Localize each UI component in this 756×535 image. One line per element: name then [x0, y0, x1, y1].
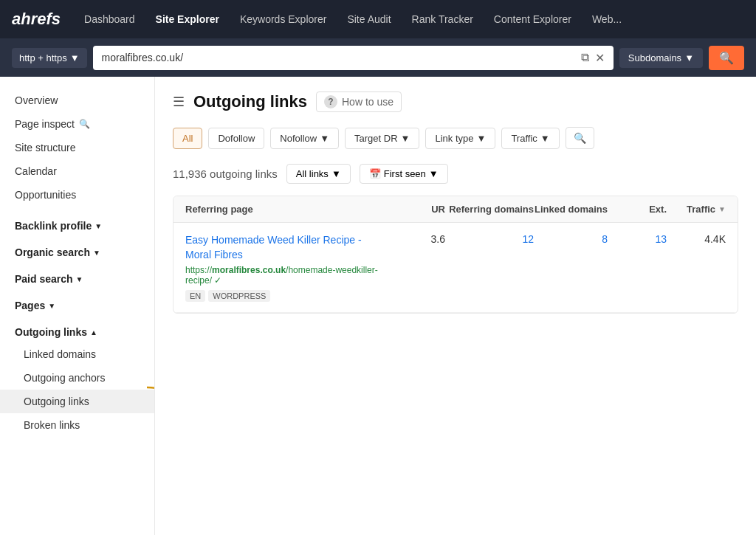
clear-icon[interactable]: ✕	[595, 51, 605, 65]
col-referring-domains: Referring domains	[445, 204, 534, 215]
sidebar-section-organic-search[interactable]: Organic search ▼	[0, 239, 154, 263]
help-button[interactable]: ? How to use	[316, 92, 402, 112]
badge-en: EN	[185, 290, 205, 302]
badge-wordpress: WORDPRESS	[208, 290, 270, 302]
filter-link-type-button[interactable]: Link type ▼	[425, 128, 495, 149]
filter-bar: All Dofollow Nofollow ▼ Target DR ▼ Link…	[173, 127, 738, 149]
filter-search-button[interactable]: 🔍	[566, 127, 594, 149]
col-ur: UR	[386, 204, 445, 215]
chevron-down-icon: ▼	[48, 302, 55, 310]
main-content: ☰ Outgoing links ? How to use All Dofoll…	[155, 77, 756, 535]
chevron-down-icon: ▼	[93, 249, 100, 257]
top-navigation: ahrefs Dashboard Site Explorer Keywords …	[0, 0, 756, 38]
nav-site-audit[interactable]: Site Audit	[338, 9, 399, 30]
cell-referring-domains[interactable]: 12	[445, 233, 534, 245]
col-ext: Ext.	[608, 204, 667, 215]
question-icon: ?	[324, 95, 337, 108]
sidebar-item-opportunities[interactable]: Opportunities	[0, 183, 154, 207]
external-link-icon[interactable]: ⧉	[581, 51, 589, 64]
nav-rank-tracker[interactable]: Rank Tracker	[403, 9, 482, 30]
url-input-container: moralfibres.co.uk/ ⧉ ✕	[93, 46, 614, 70]
nav-keywords-explorer[interactable]: Keywords Explorer	[231, 9, 336, 30]
sidebar-item-linked-domains[interactable]: Linked domains	[0, 342, 154, 366]
chevron-up-icon: ▲	[90, 328, 97, 336]
chevron-down-icon: ▼	[76, 275, 83, 283]
col-traffic[interactable]: Traffic ▼	[667, 204, 726, 215]
results-count: 11,936 outgoing links	[173, 168, 278, 180]
filter-target-dr-button[interactable]: Target DR ▼	[345, 128, 419, 149]
sidebar-item-broken-links[interactable]: Broken links	[0, 413, 154, 437]
sidebar-item-outgoing-anchors[interactable]: Outgoing anchors	[0, 366, 154, 390]
nav-dashboard[interactable]: Dashboard	[75, 9, 144, 30]
results-bar: 11,936 outgoing links All links ▼ 📅 Firs…	[173, 164, 738, 184]
page-header: ☰ Outgoing links ? How to use	[173, 92, 738, 112]
main-layout: Overview Page inspect 🔍 Site structure C…	[0, 77, 756, 535]
help-label: How to use	[342, 96, 394, 108]
filter-traffic-button[interactable]: Traffic ▼	[501, 128, 559, 149]
chevron-down-icon: ▼	[94, 222, 102, 230]
table-header: Referring page UR Referring domains Link…	[173, 196, 738, 223]
check-icon: ✓	[214, 275, 221, 286]
page-url-link[interactable]: https://moralfibres.co.uk/homemade-weedk…	[185, 265, 386, 286]
sidebar-section-pages[interactable]: Pages ▼	[0, 292, 154, 316]
url-bar: http + https ▼ moralfibres.co.uk/ ⧉ ✕ Su…	[0, 38, 756, 77]
url-text[interactable]: moralfibres.co.uk/	[102, 52, 575, 63]
sidebar-item-page-inspect[interactable]: Page inspect 🔍	[0, 112, 154, 136]
filter-all-button[interactable]: All	[173, 128, 202, 149]
sidebar-item-outgoing-links[interactable]: Outgoing links	[0, 390, 154, 413]
filter-dofollow-button[interactable]: Dofollow	[208, 128, 264, 149]
cell-traffic: 4.4K	[667, 233, 726, 245]
sort-icon: ▼	[718, 205, 726, 213]
search-button[interactable]: 🔍	[709, 46, 744, 70]
hamburger-icon[interactable]: ☰	[173, 94, 185, 110]
cell-ur: 3.6	[386, 233, 445, 245]
sidebar-section-paid-search[interactable]: Paid search ▼	[0, 266, 154, 289]
sidebar-item-site-structure[interactable]: Site structure	[0, 136, 154, 159]
filter-nofollow-button[interactable]: Nofollow ▼	[270, 128, 339, 149]
search-icon: 🔍	[79, 119, 90, 129]
sidebar: Overview Page inspect 🔍 Site structure C…	[0, 77, 155, 535]
logo[interactable]: ahrefs	[12, 10, 61, 29]
protocol-dropdown[interactable]: http + https ▼	[12, 48, 87, 68]
page-title-link[interactable]: Easy Homemade Weed Killer Recipe - Moral…	[185, 233, 386, 262]
results-table: Referring page UR Referring domains Link…	[173, 196, 738, 314]
sidebar-item-calendar[interactable]: Calendar	[0, 159, 154, 183]
sidebar-item-overview[interactable]: Overview	[0, 89, 154, 112]
logo-name: hrefs	[21, 10, 61, 28]
nav-site-explorer[interactable]: Site Explorer	[147, 9, 228, 30]
cell-linked-domains[interactable]: 8	[534, 233, 608, 245]
cell-referring-page: Easy Homemade Weed Killer Recipe - Moral…	[185, 233, 386, 302]
first-seen-dropdown[interactable]: 📅 First seen ▼	[360, 164, 448, 184]
calendar-icon: 📅	[369, 168, 381, 179]
nav-web[interactable]: Web...	[583, 9, 630, 30]
page-title: Outgoing links	[193, 92, 307, 111]
cell-badges: EN WORDPRESS	[185, 290, 386, 302]
all-links-dropdown[interactable]: All links ▼	[286, 164, 351, 184]
logo-brand: a	[12, 10, 21, 28]
col-referring-page: Referring page	[185, 204, 386, 215]
table-row: Easy Homemade Weed Killer Recipe - Moral…	[173, 223, 738, 313]
cell-ext[interactable]: 13	[608, 233, 667, 245]
sidebar-section-outgoing-links[interactable]: Outgoing links ▲	[0, 319, 154, 342]
sidebar-section-backlink-profile[interactable]: Backlink profile ▼	[0, 213, 154, 236]
nav-content-explorer[interactable]: Content Explorer	[485, 9, 580, 30]
col-linked-domains: Linked domains	[534, 204, 608, 215]
subdomains-dropdown[interactable]: Subdomains ▼	[619, 48, 703, 68]
